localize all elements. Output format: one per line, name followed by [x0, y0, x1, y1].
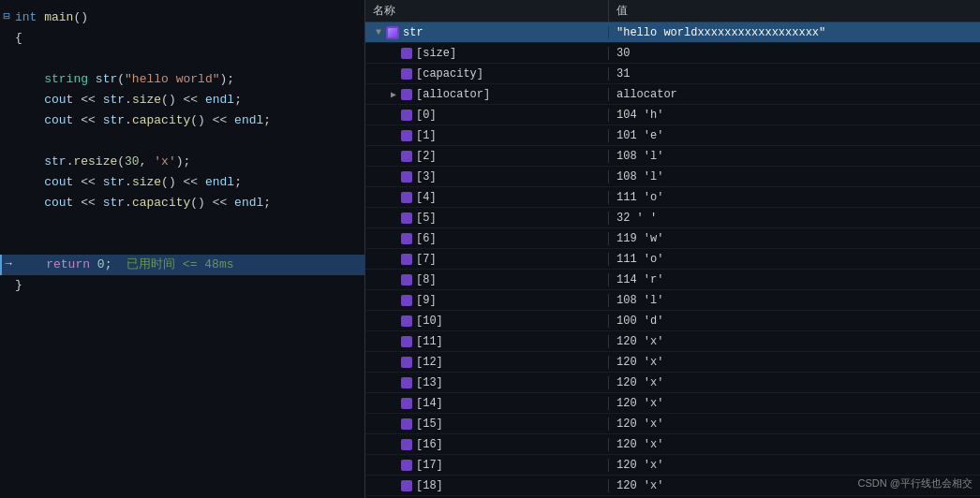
line-body: cout << str.capacity() << endl; [15, 194, 357, 213]
line-body: { [15, 29, 357, 49]
expand-arrow[interactable] [388, 89, 399, 100]
code-line [0, 49, 364, 69]
debug-row-name: [4] [365, 191, 609, 204]
var-icon [401, 89, 412, 100]
code-line [0, 213, 364, 234]
debug-row[interactable]: str"hello worldxxxxxxxxxxxxxxxxxx" [365, 22, 980, 43]
debug-row-name: [11] [365, 335, 609, 348]
debug-row-value: 32 ' ' [609, 212, 980, 225]
code-line [0, 234, 364, 255]
debug-row[interactable]: [6]119 'w' [365, 228, 980, 249]
var-name-text: [9] [416, 294, 437, 307]
code-line: string str("hello world"); [0, 69, 364, 90]
debug-row-name: [10] [365, 315, 609, 328]
var-name-text: [14] [416, 397, 443, 410]
code-line: ⊟int main() [0, 7, 364, 28]
debug-row-name: [14] [365, 397, 609, 410]
line-body: cout << str.capacity() << endl; [15, 111, 357, 131]
var-name-text: [7] [416, 253, 437, 266]
line-body: string str("hello world"); [15, 70, 357, 90]
code-line: cout << str.capacity() << endl; [0, 110, 364, 131]
var-icon [401, 151, 412, 162]
debug-row-value: 108 'l' [609, 294, 980, 307]
debug-row-name: [5] [365, 212, 609, 225]
debug-row-value: 120 'x' [609, 376, 980, 389]
debug-row-value: 111 'o' [609, 253, 980, 266]
debug-row-name: [15] [365, 417, 609, 431]
debug-row-value: 31 [609, 67, 980, 81]
debug-row[interactable]: [13]120 'x' [365, 373, 980, 393]
debug-row-value: 100 'd' [609, 315, 980, 328]
debug-row[interactable]: [capacity]31 [365, 64, 980, 84]
debug-row[interactable]: [allocator]allocator [365, 84, 980, 105]
debug-row-value: 101 'e' [609, 129, 980, 142]
debug-row[interactable]: [3]108 'l' [365, 167, 980, 187]
line-body: cout << str.size() << endl; [15, 173, 357, 193]
debug-row-value: 30 [609, 47, 980, 60]
debug-row-name: [7] [365, 253, 609, 266]
var-icon [401, 357, 412, 368]
var-name-text: [16] [416, 438, 443, 451]
debug-row-value: 108 'l' [609, 150, 980, 163]
debug-row[interactable]: [11]120 'x' [365, 331, 980, 352]
var-name-text: [2] [416, 150, 437, 163]
debug-row[interactable]: [4]111 'o' [365, 187, 980, 208]
var-name-text: [allocator] [416, 88, 490, 101]
line-body: } [15, 276, 357, 296]
debug-row[interactable]: [5]32 ' ' [365, 208, 980, 228]
debug-rows[interactable]: str"hello worldxxxxxxxxxxxxxxxxxx" [size… [365, 22, 980, 498]
debug-row[interactable]: [7]111 'o' [365, 249, 980, 270]
code-line: { [0, 28, 364, 49]
var-icon [401, 192, 412, 203]
code-line [0, 131, 364, 152]
var-icon [401, 110, 412, 121]
debug-row-name: [6] [365, 232, 609, 245]
line-body: int main() [15, 8, 357, 28]
var-name-text: str [403, 26, 423, 39]
debug-row-name: [0] [365, 109, 609, 122]
debug-row[interactable]: [12]120 'x' [365, 352, 980, 373]
var-icon [401, 212, 412, 224]
var-icon [401, 460, 412, 471]
debug-row-value: "hello worldxxxxxxxxxxxxxxxxxx" [609, 26, 980, 39]
var-name-text: [15] [416, 417, 443, 431]
expand-arrow[interactable] [373, 27, 384, 38]
debug-row[interactable]: [1]101 'e' [365, 125, 980, 146]
debug-row-value: 108 'l' [609, 170, 980, 183]
var-icon [386, 26, 399, 39]
var-icon [401, 418, 412, 430]
debug-row-value: 114 'r' [609, 273, 980, 286]
var-icon [401, 171, 412, 183]
var-name-text: [10] [416, 315, 443, 328]
debug-row-name: [18] [365, 479, 609, 492]
debug-row[interactable]: [15]120 'x' [365, 414, 980, 434]
var-name-text: [17] [416, 459, 443, 472]
debug-row[interactable]: [16]120 'x' [365, 434, 980, 455]
debug-row[interactable]: [10]100 'd' [365, 311, 980, 331]
debug-row-name: [13] [365, 376, 609, 389]
debug-row-value: 120 'x' [609, 397, 980, 410]
debug-row[interactable]: [size]30 [365, 43, 980, 64]
debug-row-name: [16] [365, 438, 609, 451]
debug-row[interactable]: [14]120 'x' [365, 393, 980, 414]
var-name-text: [18] [416, 479, 443, 492]
var-icon [401, 48, 412, 59]
code-line: cout << str.size() << endl; [0, 172, 364, 193]
var-icon [401, 377, 412, 388]
debug-row-value: 104 'h' [609, 109, 980, 122]
debug-row[interactable]: [17]120 'x' [365, 455, 980, 476]
var-name-text: [1] [416, 129, 437, 142]
debug-row[interactable]: [0]104 'h' [365, 105, 980, 125]
debug-row[interactable]: [2]108 'l' [365, 146, 980, 167]
debug-row[interactable]: [8]114 'r' [365, 270, 980, 290]
debug-row[interactable]: [9]108 'l' [365, 290, 980, 311]
debug-row-name: [size] [365, 47, 609, 60]
debug-row-name: [2] [365, 150, 609, 163]
line-body: cout << str.size() << endl; [15, 91, 357, 110]
var-name-text: [8] [416, 273, 437, 286]
debug-row-value: allocator [609, 88, 980, 101]
debug-row-name: [9] [365, 294, 609, 307]
debug-row-value: 120 'x' [609, 459, 980, 472]
var-icon [401, 274, 412, 286]
debug-row-value: 111 'o' [609, 191, 980, 204]
